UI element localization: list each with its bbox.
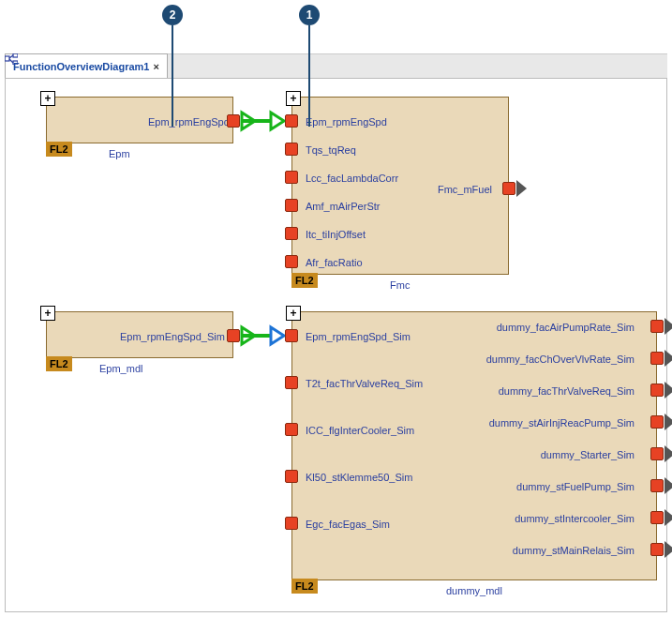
block-name-epm: Epm [109, 148, 130, 159]
port-fmc-in-5[interactable] [285, 255, 298, 268]
expander-icon[interactable]: + [40, 306, 55, 321]
port-label-fmc-in-0: Epm_rpmEngSpd [306, 116, 387, 128]
expander-icon[interactable]: + [286, 91, 301, 106]
callout-line-1 [308, 25, 310, 127]
port-label-dummy-out-6: dummy_stIntercooler_Sim [515, 513, 635, 524]
arrow-icon [665, 319, 672, 334]
port-dummy-in-0[interactable] [285, 329, 298, 342]
port-label-fmc-in-2: Lcc_facLambdaCorr [306, 173, 398, 184]
port-label-dummy-out-1: dummy_facChOverVlvRate_Sim [486, 354, 635, 365]
port-label-dummy-in-1: T2t_facThrValveReq_Sim [306, 378, 423, 389]
close-icon[interactable]: × [154, 61, 159, 72]
port-fmc-in-2[interactable] [285, 171, 298, 184]
port-label-dummy-out-2: dummy_facThrValveReq_Sim [499, 385, 635, 397]
port-epm-mdl-out[interactable] [227, 329, 240, 342]
badge-fl2-epm-mdl: FL2 [46, 356, 72, 371]
port-dummy-out-4[interactable] [650, 447, 664, 460]
port-label-epm-mdl-out: Epm_rpmEngSpd_Sim [120, 331, 225, 342]
port-dummy-out-5[interactable] [650, 479, 664, 492]
port-label-fmc-in-3: Amf_mAirPerStr [306, 201, 380, 212]
port-label-dummy-out-3: dummy_stAirInjReacPump_Sim [489, 417, 635, 429]
callout-1: 1 [299, 5, 320, 25]
expander-icon[interactable]: + [40, 91, 55, 106]
port-dummy-in-1[interactable] [285, 376, 298, 389]
arrow-icon [665, 446, 672, 461]
port-dummy-out-6[interactable] [650, 511, 664, 524]
block-name-epm-mdl: Epm_mdl [99, 363, 142, 374]
port-epm-out[interactable] [227, 114, 240, 128]
port-label-dummy-in-4: Egc_facEgas_Sim [306, 519, 390, 530]
port-fmc-in-3[interactable] [285, 199, 298, 212]
port-dummy-in-2[interactable] [285, 423, 298, 436]
port-dummy-out-2[interactable] [650, 384, 664, 397]
block-dummy-mdl[interactable] [291, 311, 657, 580]
port-label-dummy-in-2: ICC_flgInterCooler_Sim [306, 425, 414, 436]
tab-bar-rest [168, 53, 667, 78]
port-label-fmc-in-1: Tqs_tqReq [306, 144, 356, 156]
port-label-dummy-in-0: Epm_rpmEngSpd_Sim [306, 331, 411, 342]
tab-title: FunctionOverviewDiagram1 [13, 61, 150, 72]
port-dummy-in-4[interactable] [285, 517, 298, 530]
port-dummy-out-0[interactable] [650, 320, 664, 333]
svg-rect-1 [13, 53, 18, 57]
port-dummy-out-1[interactable] [650, 352, 664, 365]
port-label-fmc-in-4: Itc_tiInjOffset [306, 229, 366, 240]
tab-function-overview[interactable]: FunctionOverviewDiagram1 × [5, 53, 168, 79]
arrow-icon [665, 351, 672, 366]
badge-fl2-fmc: FL2 [291, 273, 318, 288]
port-label-epm-out: Epm_rpmEngSpd [148, 116, 230, 128]
port-label-fmc-out-0: Fmc_mFuel [438, 184, 492, 195]
callout-line-2 [172, 25, 173, 127]
expander-icon[interactable]: + [286, 306, 301, 321]
port-label-dummy-out-0: dummy_facAirPumpRate_Sim [497, 322, 635, 333]
port-fmc-out-0[interactable] [502, 182, 515, 195]
port-fmc-in-0[interactable] [285, 114, 298, 128]
port-label-dummy-in-3: Kl50_stKlemme50_Sim [306, 472, 412, 483]
arrow-icon [517, 181, 527, 196]
port-dummy-out-7[interactable] [650, 543, 664, 556]
arrow-icon [665, 414, 672, 429]
callout-2: 2 [162, 5, 183, 25]
arrow-icon [665, 478, 672, 493]
svg-rect-0 [5, 56, 9, 61]
port-label-dummy-out-4: dummy_Starter_Sim [541, 449, 635, 460]
tab-bar: FunctionOverviewDiagram1 × [5, 53, 667, 80]
diagram-canvas[interactable]: + Epm_rpmEngSpd FL2 Epm + Epm_rpmEngSpd … [5, 78, 667, 612]
badge-fl2-dummy: FL2 [291, 579, 318, 594]
port-label-dummy-out-5: dummy_stFuelPump_Sim [516, 481, 635, 492]
port-label-fmc-in-5: Afr_facRatio [306, 257, 363, 268]
arrow-icon [665, 542, 672, 557]
block-name-dummy: dummy_mdl [446, 585, 502, 596]
arrow-icon [665, 510, 672, 525]
port-fmc-in-4[interactable] [285, 227, 298, 240]
port-dummy-out-3[interactable] [650, 415, 664, 429]
arrow-icon [665, 383, 672, 398]
block-name-fmc: Fmc [390, 279, 410, 291]
port-fmc-in-1[interactable] [285, 143, 298, 156]
port-dummy-in-3[interactable] [285, 470, 298, 483]
port-label-dummy-out-7: dummy_stMainRelais_Sim [513, 545, 635, 556]
badge-fl2-epm: FL2 [46, 142, 72, 157]
